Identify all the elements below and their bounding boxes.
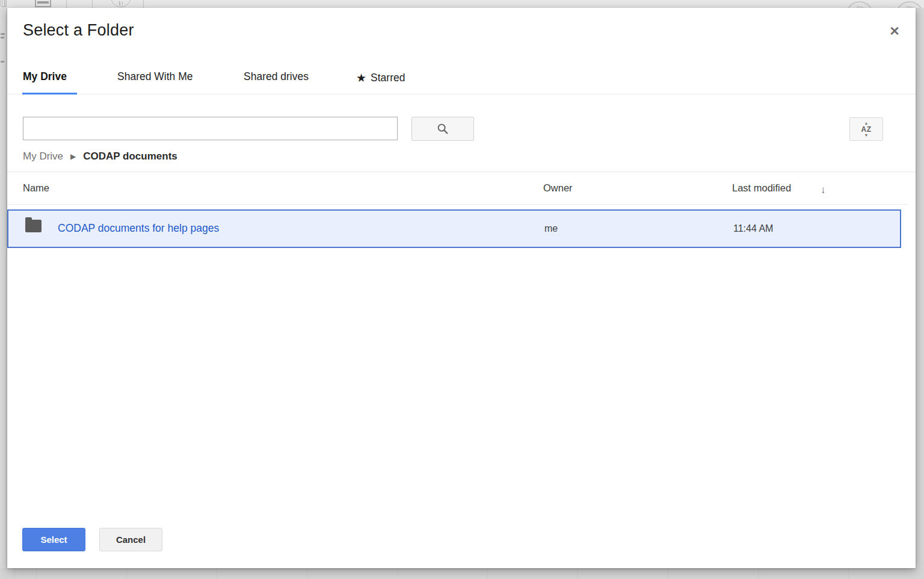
tab-starred[interactable]: ★Starred (356, 70, 405, 84)
row-owner: me (544, 223, 558, 234)
background-app-left-edge (0, 8, 7, 568)
toolbar-divider (66, 0, 67, 8)
background-tables-icon (35, 0, 51, 7)
tab-shared-drives[interactable]: Shared drives (244, 70, 309, 83)
sort-down-icon: ▼ (864, 133, 869, 137)
sort-az-button[interactable]: ▲ AZ ▼ (849, 117, 883, 141)
sort-up-icon: ▲ (864, 121, 869, 125)
close-icon[interactable]: ✕ (887, 23, 902, 39)
tab-shared-with-me[interactable]: Shared With Me (117, 70, 192, 83)
background-text-fragment (1, 37, 4, 39)
table-header: Name Owner Last modified ↓ (7, 172, 907, 205)
background-redo-icon (896, 1, 923, 8)
select-folder-dialog: Select a Folder ✕ My Drive Shared With M… (7, 8, 916, 568)
column-header-owner[interactable]: Owner (543, 182, 573, 194)
row-last-modified: 11:44 AM (733, 223, 773, 234)
sort-direction-arrow-icon: ↓ (821, 184, 826, 196)
toolbar-divider (92, 0, 93, 8)
background-text-fragment (1, 33, 5, 35)
active-tab-underline (22, 93, 77, 94)
column-header-name[interactable]: Name (23, 182, 49, 194)
breadcrumb-arrow-icon: ▶ (70, 152, 76, 161)
background-slider-icon (111, 0, 131, 7)
cancel-button[interactable]: Cancel (99, 528, 162, 551)
background-undo-icon (846, 1, 873, 8)
sort-az-label: AZ (861, 126, 872, 133)
search-button[interactable] (411, 117, 474, 141)
background-case-table-icon (1, 0, 7, 7)
dialog-title: Select a Folder (23, 21, 134, 40)
toolbar-divider (143, 0, 144, 8)
breadcrumb-root[interactable]: My Drive (23, 150, 63, 163)
background-app-bottom-edge (0, 568, 924, 579)
tab-starred-label: Starred (371, 72, 405, 84)
star-icon: ★ (356, 72, 366, 84)
column-header-last-modified[interactable]: Last modified (732, 182, 791, 194)
select-button[interactable]: Select (22, 528, 85, 551)
search-icon (436, 122, 449, 135)
tab-bar: My Drive Shared With Me Shared drives ★S… (7, 62, 916, 94)
folder-icon (25, 220, 42, 232)
background-app-toolbar (0, 0, 924, 8)
background-text-fragment (1, 61, 4, 63)
tab-my-drive[interactable]: My Drive (23, 70, 67, 83)
search-input[interactable] (23, 117, 398, 140)
breadcrumb-current: CODAP documents (83, 150, 177, 163)
table-row[interactable]: CODAP documents for help pages me 11:44 … (7, 209, 901, 248)
row-folder-name[interactable]: CODAP documents for help pages (58, 222, 219, 235)
breadcrumb: My Drive ▶ CODAP documents (23, 150, 177, 163)
